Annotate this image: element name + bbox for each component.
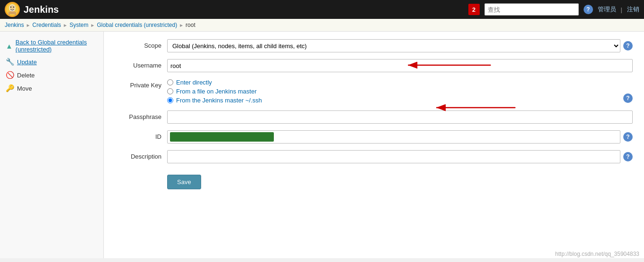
- sidebar-item-delete[interactable]: 🚫 Delete: [0, 68, 103, 82]
- private-key-help-icon[interactable]: ?: [623, 93, 633, 103]
- scope-select[interactable]: Global (Jenkins, nodes, items, all child…: [167, 39, 620, 52]
- sidebar-delete-label: Delete: [17, 72, 35, 79]
- radio-enter-directly-label: Enter directly: [176, 79, 212, 86]
- breadcrumb-global-credentials[interactable]: Global credentials (unrestricted): [97, 22, 177, 28]
- delete-icon: 🚫: [6, 71, 14, 79]
- content-area: Scope Global (Jenkins, nodes, items, all…: [104, 32, 644, 258]
- passphrase-input[interactable]: [167, 110, 633, 124]
- passphrase-field: [167, 110, 633, 124]
- scope-help-icon[interactable]: ?: [623, 41, 633, 51]
- svg-point-3: [10, 7, 11, 8]
- sidebar-item-move[interactable]: 🔑 Move: [0, 82, 103, 95]
- breadcrumb: Jenkins ► Credentials ► System ► Global …: [0, 19, 644, 32]
- breadcrumb-system[interactable]: System: [69, 22, 88, 28]
- watermark: http://blog.csdn.net/qq_35904833: [555, 251, 639, 257]
- radio-from-ssh[interactable]: From the Jenkins master ~/.ssh: [167, 97, 262, 104]
- breadcrumb-arrow-2: ►: [63, 23, 68, 28]
- username-input[interactable]: [167, 59, 633, 72]
- id-input-container: [167, 130, 620, 144]
- breadcrumb-arrow-1: ►: [26, 23, 31, 28]
- description-field: ?: [167, 150, 633, 163]
- private-key-field: Enter directly From a file on Jenkins ma…: [167, 79, 633, 104]
- header: Jenkins 2 ? 管理员 | 注销: [0, 0, 644, 19]
- radio-from-file-input[interactable]: [167, 88, 173, 94]
- username-row: Username: [115, 59, 633, 72]
- radio-enter-directly[interactable]: Enter directly: [167, 79, 262, 86]
- scope-row: Scope Global (Jenkins, nodes, items, all…: [115, 39, 633, 52]
- form-area: Scope Global (Jenkins, nodes, items, all…: [115, 39, 633, 189]
- breadcrumb-current: root: [186, 22, 195, 28]
- username-label: Username: [115, 59, 167, 69]
- radio-from-file[interactable]: From a file on Jenkins master: [167, 88, 262, 95]
- sidebar-move-label: Move: [17, 85, 32, 92]
- app-title: Jenkins: [24, 4, 59, 15]
- notification-badge[interactable]: 2: [468, 4, 480, 15]
- logout-link[interactable]: 注销: [627, 5, 639, 14]
- passphrase-row: Passphrase: [115, 110, 633, 124]
- sidebar-back-label: Back to Global credentials (unrestricted…: [16, 39, 98, 53]
- breadcrumb-arrow-4: ►: [179, 23, 184, 28]
- id-help-icon[interactable]: ?: [623, 132, 633, 142]
- svg-rect-6: [8, 12, 10, 16]
- radio-from-ssh-label: From the Jenkins master ~/.ssh: [176, 97, 262, 104]
- save-row: Save: [115, 170, 633, 189]
- breadcrumb-arrow-3: ►: [90, 23, 95, 28]
- sidebar-item-back[interactable]: ▲ Back to Global credentials (unrestrict…: [0, 36, 103, 55]
- logo-area: Jenkins: [5, 2, 464, 17]
- svg-rect-7: [15, 12, 16, 16]
- admin-link[interactable]: 管理员: [598, 5, 616, 14]
- back-icon: ▲: [6, 42, 13, 50]
- id-label: ID: [115, 130, 167, 140]
- move-icon: 🔑: [6, 84, 14, 93]
- sidebar-update-label: Update: [17, 59, 37, 66]
- username-field: [167, 59, 633, 72]
- id-input[interactable]: [167, 130, 620, 144]
- header-separator: |: [621, 6, 622, 13]
- private-key-radio-group: Enter directly From a file on Jenkins ma…: [167, 79, 262, 104]
- scope-field: Global (Jenkins, nodes, items, all child…: [167, 39, 633, 52]
- passphrase-label: Passphrase: [115, 110, 167, 120]
- radio-from-ssh-input[interactable]: [167, 97, 173, 103]
- update-icon: 🔧: [6, 58, 14, 66]
- breadcrumb-credentials[interactable]: Credentials: [33, 22, 61, 28]
- private-key-label: Private Key: [115, 79, 167, 89]
- description-label: Description: [115, 150, 167, 160]
- radio-enter-directly-input[interactable]: [167, 79, 173, 85]
- sidebar-item-update[interactable]: 🔧 Update: [0, 55, 103, 68]
- main-container: ▲ Back to Global credentials (unrestrict…: [0, 32, 644, 258]
- help-icon[interactable]: ?: [584, 5, 593, 14]
- jenkins-logo: [5, 2, 20, 17]
- description-input[interactable]: [167, 150, 620, 163]
- id-row: ID ?: [115, 130, 633, 144]
- svg-rect-5: [9, 11, 15, 14]
- save-button[interactable]: Save: [167, 175, 201, 189]
- radio-from-file-label: From a file on Jenkins master: [176, 88, 257, 95]
- svg-point-4: [13, 7, 14, 8]
- id-field: ?: [167, 130, 633, 144]
- scope-label: Scope: [115, 39, 167, 49]
- search-input[interactable]: [484, 3, 579, 16]
- description-help-icon[interactable]: ?: [623, 152, 633, 161]
- sidebar: ▲ Back to Global credentials (unrestrict…: [0, 32, 104, 258]
- description-row: Description ?: [115, 150, 633, 163]
- breadcrumb-jenkins[interactable]: Jenkins: [5, 22, 24, 28]
- private-key-row: Private Key Enter directly From a file o…: [115, 79, 633, 104]
